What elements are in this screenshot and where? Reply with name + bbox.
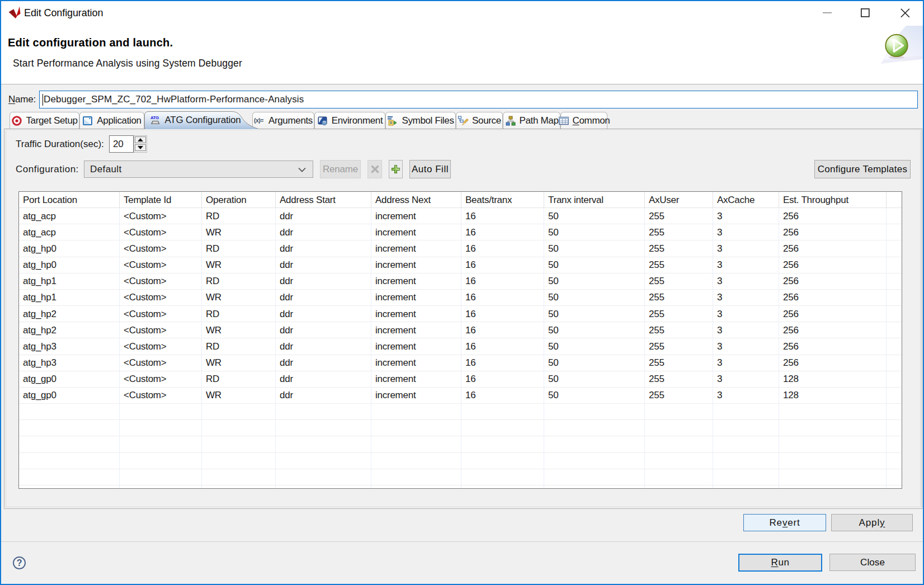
table-row[interactable]: atg_hp3<Custom>WRddrincrement16502553256: [19, 355, 902, 371]
table-grid-hline: [19, 305, 902, 306]
configuration-combo[interactable]: Default: [84, 161, 313, 178]
name-input[interactable]: Debugger_SPM_ZC_702_HwPlatform-Performan…: [39, 91, 918, 108]
table-cell: increment: [371, 371, 461, 388]
apply-button[interactable]: Apply: [831, 514, 913, 531]
table-cell: 16: [461, 290, 544, 306]
table-cell: increment: [371, 338, 461, 355]
table-cell: RD: [202, 306, 276, 322]
add-configuration-button[interactable]: [389, 160, 403, 178]
atg-table: Port LocationTemplate IdOperationAddress…: [18, 191, 902, 489]
column-header-address-next[interactable]: Address Next: [371, 192, 461, 207]
tab-path-map[interactable]: Path Map: [503, 112, 560, 129]
close-dialog-button[interactable]: Close: [829, 554, 916, 571]
table-cell: [887, 290, 902, 306]
table-row[interactable]: atg_acp<Custom>RDddrincrement16502553256: [19, 208, 902, 224]
column-header-spare[interactable]: [887, 192, 902, 207]
table-cell: WR: [202, 224, 276, 240]
table-row[interactable]: atg_hp2<Custom>WRddrincrement16502553256: [19, 322, 902, 338]
title-bar: Edit Configuration: [1, 1, 923, 26]
auto-fill-button[interactable]: Auto Fill: [409, 160, 451, 178]
table-cell: <Custom>: [120, 371, 202, 388]
table-cell: [887, 338, 902, 355]
column-header-template-id[interactable]: Template Id: [120, 192, 202, 207]
column-header-address-start[interactable]: Address Start: [276, 192, 371, 207]
table-cell: WR: [202, 290, 276, 306]
table-cell: <Custom>: [120, 290, 202, 306]
table-cell: increment: [371, 273, 461, 290]
column-header-beats-tranx[interactable]: Beats/tranx: [461, 192, 544, 207]
column-header-est-throughput[interactable]: Est. Throughput: [779, 192, 887, 207]
table-cell: WR: [202, 257, 276, 273]
table-row[interactable]: atg_hp2<Custom>RDddrincrement16502553256: [19, 306, 902, 322]
table-cell: atg_gp0: [19, 388, 120, 404]
table-cell: ddr: [276, 371, 371, 388]
delete-configuration-button[interactable]: [367, 160, 382, 178]
tab-source[interactable]: Source: [456, 112, 503, 129]
table-cell: 3: [713, 240, 779, 257]
table-grid-hline: [19, 355, 902, 355]
table-row[interactable]: atg_hp0<Custom>RDddrincrement16502553256: [19, 240, 902, 257]
column-header-operation[interactable]: Operation: [202, 192, 276, 207]
table-row[interactable]: atg_acp<Custom>WRddrincrement16502553256: [19, 224, 902, 240]
configure-templates-button[interactable]: Configure Templates: [814, 160, 911, 178]
table-row[interactable]: atg_hp1<Custom>WRddrincrement16502553256: [19, 290, 902, 306]
table-cell: 50: [544, 322, 645, 338]
table-cell: 50: [544, 388, 645, 404]
table-cell: RD: [202, 208, 276, 224]
table-row[interactable]: atg_hp3<Custom>RDddrincrement16502553256: [19, 338, 902, 355]
minimize-button[interactable]: [815, 1, 840, 25]
help-button[interactable]: ?: [13, 556, 26, 569]
revert-button[interactable]: Revert: [743, 514, 826, 531]
spinner-up-button[interactable]: [135, 136, 146, 143]
table-row[interactable]: atg_hp1<Custom>RDddrincrement16502553256: [19, 273, 902, 290]
table-cell: 3: [713, 306, 779, 322]
traffic-duration-input[interactable]: 20: [109, 135, 134, 153]
rename-button[interactable]: Rename: [320, 160, 361, 178]
table-cell: 16: [461, 224, 544, 240]
table-grid-hline: [19, 289, 902, 290]
table-row[interactable]: atg_hp0<Custom>WRddrincrement16502553256: [19, 257, 902, 273]
maximize-button[interactable]: [853, 1, 878, 25]
spinner-down-button[interactable]: [135, 144, 146, 151]
close-button[interactable]: [893, 1, 917, 25]
tab-atg-configuration[interactable]: ATGATG Configuration: [144, 110, 258, 129]
tab-environment[interactable]: Environment: [314, 112, 385, 129]
table-cell: atg_gp0: [19, 371, 120, 388]
name-label: Name:: [8, 94, 36, 105]
table-cell: 16: [461, 257, 544, 273]
table-header-row: Port LocationTemplate IdOperationAddress…: [19, 192, 902, 208]
tab-target-setup[interactable]: Target Setup: [10, 112, 79, 129]
tab-application[interactable]: Application: [79, 112, 144, 129]
table-cell: [887, 224, 902, 240]
banner: Edit configuration and launch. Start Per…: [1, 26, 923, 84]
green-plus-icon: [391, 164, 400, 174]
environment-icon: [317, 115, 328, 126]
table-cell: 128: [779, 388, 887, 404]
table-grid-hline: [19, 257, 902, 257]
run-button[interactable]: Run: [738, 554, 822, 572]
table-cell: atg_hp0: [19, 257, 120, 273]
table-row[interactable]: atg_gp0<Custom>RDddrincrement16502553128: [19, 371, 902, 388]
table-cell: 256: [779, 273, 887, 290]
tab-arguments[interactable]: (x)=Arguments: [252, 112, 314, 129]
tab-common[interactable]: Common: [560, 112, 607, 129]
table-cell: ddr: [276, 388, 371, 404]
table-row[interactable]: atg_gp0<Custom>WRddrincrement16502553128: [19, 388, 902, 404]
table-cell: ddr: [276, 322, 371, 338]
table-cell: increment: [371, 388, 461, 404]
run-label: Run: [771, 557, 790, 568]
column-header-tranx-interval[interactable]: Tranx interval: [544, 192, 645, 207]
table-cell: 3: [713, 371, 779, 388]
table-cell: 256: [779, 355, 887, 371]
traffic-duration-spinner: 20: [109, 135, 147, 153]
table-grid-hline: [19, 273, 902, 273]
table-cell: [887, 273, 902, 290]
table-cell: 16: [461, 306, 544, 322]
column-header-axcache[interactable]: AxCache: [713, 192, 779, 207]
tab-symbol-files[interactable]: Symbol Files: [385, 112, 456, 129]
table-cell: [887, 306, 902, 322]
table-cell: atg_hp2: [19, 322, 120, 338]
column-header-axuser[interactable]: AxUser: [645, 192, 713, 207]
table-cell: 255: [645, 208, 713, 224]
column-header-port-location[interactable]: Port Location: [19, 192, 120, 207]
